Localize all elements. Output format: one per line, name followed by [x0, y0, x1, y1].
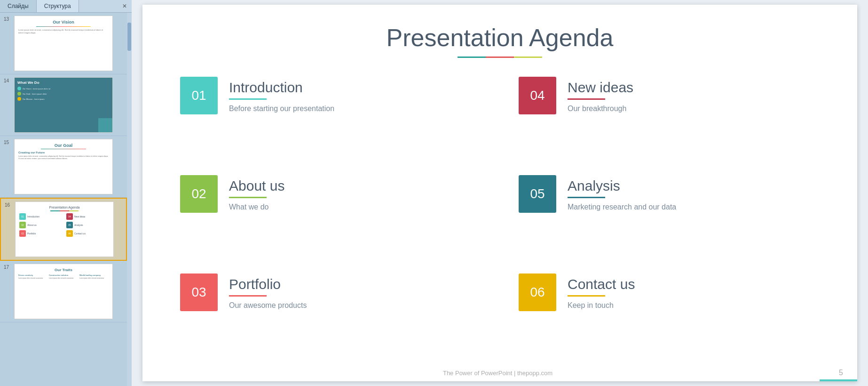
agenda-item-02: 02 About us What we do [180, 175, 481, 255]
slide-preview-17: Our Traits Driven creativity Lorem ipsum… [14, 264, 113, 319]
p14-text-2: Our Goal - lorem ipsum dolor [23, 93, 47, 95]
slide-thumb-17[interactable]: 17 Our Traits Driven creativity Lorem ip… [0, 261, 127, 322]
agenda-text-01: Introduction Before starting our present… [229, 77, 334, 113]
close-button[interactable]: ✕ [118, 0, 132, 12]
slide-thumb-13[interactable]: 13 Our Vision Lorem ipsum dolor sit amet… [0, 13, 127, 74]
slide-num-14: 14 [4, 77, 11, 83]
underline-03 [229, 295, 267, 297]
desc-03: Our awesome products [229, 301, 307, 310]
p14-corner [98, 118, 112, 132]
slide-num-15: 15 [4, 139, 11, 145]
underline-04 [568, 98, 605, 100]
p14-item-3: Our Mission - lorem ipsum [17, 97, 110, 101]
heading-04: New ideas [568, 80, 633, 96]
scrollbar[interactable] [127, 13, 132, 386]
decoration-yellow [514, 56, 542, 58]
number-box-02: 02 [180, 175, 218, 213]
slide-panel: Слайды Структура ✕ 13 Our Vision Lorem i… [0, 0, 132, 386]
slide-body: Presentation Agenda 01 Introduction Befo… [142, 5, 857, 381]
agenda-text-02: About us What we do [229, 175, 284, 211]
p17-title: Our Traits [18, 268, 109, 272]
decoration-teal [458, 56, 486, 58]
heading-02: About us [229, 178, 284, 194]
sidebar-tabs: Слайды Структура ✕ [0, 0, 132, 13]
number-box-04: 04 [519, 77, 556, 114]
p14-dot-1 [17, 87, 21, 90]
p14-item-1: Our Vision - lorem ipsum dolor sit [17, 87, 110, 90]
slide-title: Presentation Agenda [180, 24, 820, 52]
number-box-01: 01 [180, 77, 218, 114]
scrollbar-thumb[interactable] [127, 23, 131, 51]
agenda-text-03: Portfolio Our awesome products [229, 273, 307, 310]
slide-preview-13: Our Vision Lorem ipsum dolor sit amet, c… [14, 16, 113, 71]
desc-02: What we do [229, 203, 284, 211]
p14-dot-3 [17, 97, 21, 101]
heading-05: Analysis [568, 178, 676, 194]
agenda-item-05: 05 Analysis Marketing research and our d… [519, 175, 820, 255]
title-decoration [180, 56, 820, 58]
p15-text: Lorem ipsum dolor sit amet, consectetur … [18, 155, 109, 161]
p17-cols: Driven creativity Lorem ipsum dolor sit … [18, 274, 109, 279]
main-area: Presentation Agenda 01 Introduction Befo… [132, 0, 868, 386]
slide-num-16: 16 [5, 201, 12, 208]
footer-text: The Power of PowerPoint | thepopp.com [157, 370, 839, 377]
underline-02 [229, 197, 267, 198]
agenda-item-03: 03 Portfolio Our awesome products [180, 273, 481, 353]
number-box-06: 06 [519, 273, 556, 311]
slide-thumbnails: 13 Our Vision Lorem ipsum dolor sit amet… [0, 13, 127, 386]
agenda-grid: 01 Introduction Before starting our pres… [180, 77, 820, 353]
desc-05: Marketing research and our data [568, 203, 676, 211]
slide-thumb-14[interactable]: 14 What We Do Our Vision - lorem ipsum d… [0, 74, 127, 136]
decoration-red [486, 56, 514, 58]
desc-01: Before starting our presentation [229, 105, 334, 113]
p15-subtitle: Creating our Future [18, 151, 109, 154]
footer-page: 5 [839, 369, 843, 377]
desc-06: Keep in touch [568, 301, 635, 310]
heading-01: Introduction [229, 80, 334, 96]
agenda-text-06: Contact us Keep in touch [568, 273, 635, 310]
agenda-text-04: New ideas Our breakthrough [568, 77, 633, 113]
p13-decoration [36, 26, 90, 27]
slide-num-17: 17 [4, 264, 11, 270]
slide-thumb-16[interactable]: 16 Presentation Agenda 01 Introduction [0, 198, 127, 261]
heading-06: Contact us [568, 276, 635, 292]
p14-text-1: Our Vision - lorem ipsum dolor sit [23, 88, 50, 90]
p15-title: Our Goal [18, 143, 109, 148]
slide-num-13: 13 [4, 16, 11, 22]
p14-dot-2 [17, 92, 21, 96]
underline-06 [568, 295, 605, 297]
p15-line [41, 149, 86, 149]
p13-text: Lorem ipsum dolor sit amet, consectetur … [18, 29, 109, 34]
slide-footer: The Power of PowerPoint | thepopp.com 5 [142, 364, 857, 381]
slide-preview-15: Our Goal Creating our Future Lorem ipsum… [14, 139, 113, 194]
desc-04: Our breakthrough [568, 105, 633, 113]
number-box-03: 03 [180, 273, 218, 311]
slide-preview-16: Presentation Agenda 01 Introduction 04 [15, 201, 114, 257]
p13-title: Our Vision [18, 20, 109, 24]
agenda-item-01: 01 Introduction Before starting our pres… [180, 77, 481, 156]
heading-03: Portfolio [229, 276, 307, 292]
agenda-text-05: Analysis Marketing research and our data [568, 175, 676, 211]
agenda-item-04: 04 New ideas Our breakthrough [519, 77, 820, 156]
slide-thumb-15[interactable]: 15 Our Goal Creating our Future Lorem ip… [0, 136, 127, 198]
underline-05 [568, 197, 605, 198]
p14-item-2: Our Goal - lorem ipsum dolor [17, 92, 110, 96]
p14-text-3: Our Mission - lorem ipsum [23, 98, 45, 100]
underline-01 [229, 98, 267, 100]
tab-slides[interactable]: Слайды [0, 0, 37, 12]
tab-structure[interactable]: Структура [37, 0, 79, 12]
slide-preview-14: What We Do Our Vision - lorem ipsum dolo… [14, 77, 113, 133]
agenda-item-06: 06 Contact us Keep in touch [519, 273, 820, 353]
number-box-05: 05 [519, 175, 556, 213]
slide-canvas: Presentation Agenda 01 Introduction Befo… [142, 5, 857, 381]
p14-title: What We Do [17, 80, 110, 85]
footer-teal-bar [820, 379, 857, 381]
